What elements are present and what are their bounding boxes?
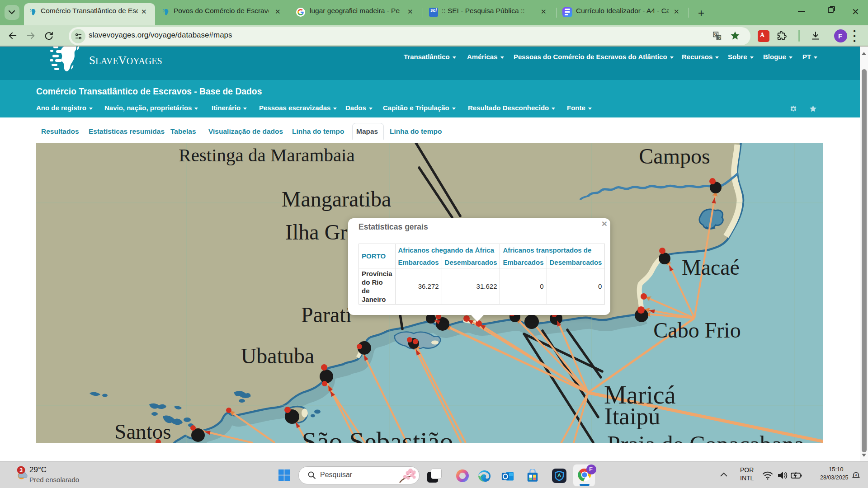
svg-text:Restinga da Marambaia: Restinga da Marambaia — [179, 145, 354, 165]
svg-text:Santos: Santos — [114, 420, 171, 443]
svg-text:Parati: Parati — [301, 303, 352, 327]
svg-text:São Sebastião: São Sebastião — [302, 427, 453, 443]
svg-text:z: z — [855, 473, 857, 476]
svg-text:Campos: Campos — [639, 144, 710, 168]
svg-text:Praia de Copacabana: Praia de Copacabana — [607, 432, 804, 443]
svg-text:Macaé: Macaé — [682, 255, 740, 279]
svg-text:Cabo Frio: Cabo Frio — [653, 318, 741, 342]
svg-text:文: 文 — [717, 35, 722, 40]
svg-text:Itaipú: Itaipú — [604, 403, 660, 429]
svg-text:Ubatuba: Ubatuba — [241, 344, 315, 368]
svg-text:Mangaratiba: Mangaratiba — [282, 187, 392, 211]
svg-text:3: 3 — [19, 467, 23, 474]
